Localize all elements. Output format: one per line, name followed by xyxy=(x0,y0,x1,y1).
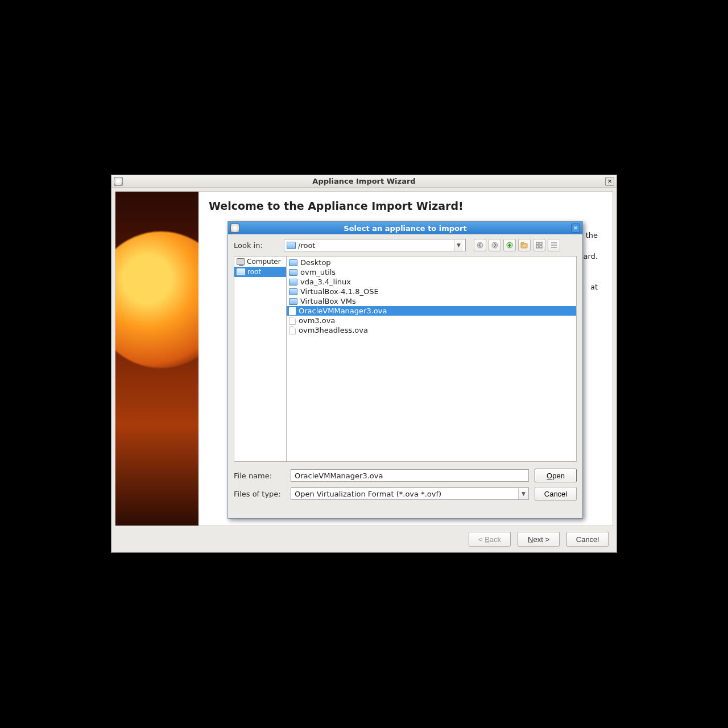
virtualbox-icon xyxy=(230,224,239,233)
new-folder-button[interactable] xyxy=(518,239,531,251)
svg-point-0 xyxy=(477,242,483,248)
files-of-type-label: Files of type: xyxy=(234,490,285,498)
file-item-label: ovm3headless.ova xyxy=(299,326,368,334)
folder-item[interactable]: VirtualBox VMs xyxy=(287,296,576,306)
file-open-dialog: Select an appliance to import × Look in:… xyxy=(228,221,583,519)
file-item[interactable]: ovm3.ova xyxy=(287,316,576,325)
folder-icon xyxy=(289,259,297,266)
places-item[interactable]: Computer xyxy=(234,257,286,267)
folder-icon xyxy=(237,268,245,275)
folder-icon xyxy=(289,269,297,276)
file-item-label: Desktop xyxy=(300,258,331,267)
wizard-title: Appliance Import Wizard xyxy=(111,177,617,185)
files-of-type-combo[interactable]: Open Virtualization Format (*.ova *.ovf)… xyxy=(291,487,529,500)
file-item-label: ovm3.ova xyxy=(299,316,335,325)
wizard-cancel-button[interactable]: Cancel xyxy=(566,532,609,547)
wizard-titlebar[interactable]: Appliance Import Wizard × xyxy=(111,175,617,188)
svg-rect-8 xyxy=(540,246,542,248)
folder-icon xyxy=(287,242,296,249)
file-name-value: OracleVMManager3.ova xyxy=(295,471,383,480)
folder-icon xyxy=(289,298,297,305)
file-icon xyxy=(289,317,296,325)
folder-item[interactable]: Desktop xyxy=(287,258,576,267)
file-dialog-main: Computerroot Desktopovm_utilsvda_3.4_lin… xyxy=(234,256,577,462)
look-in-row: Look in: /root ▼ xyxy=(234,239,577,251)
look-in-label: Look in: xyxy=(234,241,279,250)
folder-item[interactable]: ovm_utils xyxy=(287,267,576,277)
file-dialog-cancel-button[interactable]: Cancel xyxy=(535,487,577,500)
wizard-banner xyxy=(115,192,198,526)
look-in-value: /root xyxy=(298,241,452,250)
folder-item[interactable]: vda_3.4_linux xyxy=(287,277,576,287)
file-icon xyxy=(289,307,296,315)
computer-icon xyxy=(237,258,245,265)
files-of-type-value: Open Virtualization Format (*.ova *.ovf) xyxy=(295,490,441,498)
svg-rect-4 xyxy=(521,242,524,244)
svg-rect-5 xyxy=(536,242,539,245)
virtualbox-icon xyxy=(114,177,123,186)
wizard-next-button[interactable]: Next > xyxy=(518,532,560,547)
wizard-back-button[interactable]: < Back xyxy=(469,532,511,547)
file-icon xyxy=(289,326,296,334)
svg-rect-6 xyxy=(540,242,542,245)
svg-point-1 xyxy=(492,242,498,248)
view-details-button[interactable] xyxy=(548,239,560,251)
folder-item[interactable]: VirtualBox-4.1.8_OSE xyxy=(287,287,576,296)
nav-forward-button[interactable] xyxy=(489,239,501,251)
wizard-text-frag-3: at xyxy=(590,283,598,291)
folder-icon xyxy=(289,288,297,295)
svg-rect-7 xyxy=(536,246,539,248)
look-in-combo[interactable]: /root ▼ xyxy=(284,239,466,251)
chevron-down-icon[interactable]: ▼ xyxy=(454,239,463,251)
file-item-label: ovm_utils xyxy=(300,268,336,276)
file-name-label: File name: xyxy=(234,471,285,480)
places-sidebar[interactable]: Computerroot xyxy=(234,256,286,462)
file-list[interactable]: Desktopovm_utilsvda_3.4_linuxVirtualBox-… xyxy=(286,256,577,462)
folder-icon xyxy=(289,279,297,286)
file-item-label: vda_3.4_linux xyxy=(300,278,351,286)
view-icons-button[interactable] xyxy=(533,239,545,251)
wizard-heading: Welcome to the Appliance Import Wizard! xyxy=(209,200,602,212)
places-item-label: root xyxy=(247,268,261,276)
places-item-label: Computer xyxy=(247,258,281,266)
chevron-down-icon[interactable]: ▼ xyxy=(518,488,528,499)
file-dialog-body: Look in: /root ▼ xyxy=(234,239,577,512)
wizard-button-bar: < Back Next > Cancel xyxy=(469,532,609,547)
file-dialog-titlebar[interactable]: Select an appliance to import × xyxy=(228,222,582,234)
file-dialog-title: Select an appliance to import xyxy=(228,224,582,233)
file-item[interactable]: OracleVMManager3.ova xyxy=(287,306,576,316)
banner-graphic xyxy=(115,231,198,368)
wizard-close-button[interactable]: × xyxy=(605,177,614,186)
places-item[interactable]: root xyxy=(234,267,286,277)
file-dialog-bottom: File name: OracleVMManager3.ova Open Fil… xyxy=(234,469,577,500)
file-name-input[interactable]: OracleVMManager3.ova xyxy=(291,469,529,482)
file-item-label: VirtualBox VMs xyxy=(300,297,356,305)
open-button[interactable]: Open xyxy=(535,469,577,482)
file-dialog-toolbar xyxy=(474,239,560,251)
file-dialog-close-button[interactable]: × xyxy=(571,224,580,233)
file-item[interactable]: ovm3headless.ova xyxy=(287,325,576,335)
file-item-label: VirtualBox-4.1.8_OSE xyxy=(300,287,379,296)
file-item-label: OracleVMManager3.ova xyxy=(299,307,387,315)
nav-up-button[interactable] xyxy=(503,239,516,251)
nav-back-button[interactable] xyxy=(474,239,486,251)
